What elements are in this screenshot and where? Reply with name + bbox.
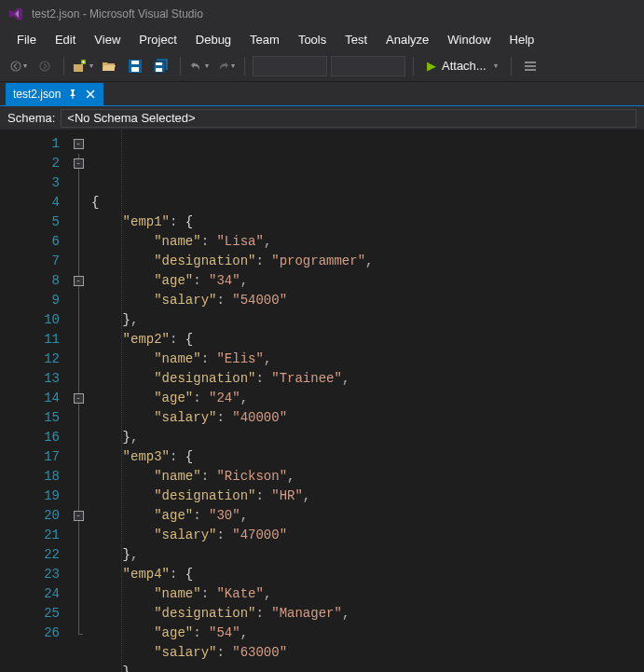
code-line: "designation": "Manager", xyxy=(91,604,644,624)
line-number: 20 xyxy=(19,506,60,526)
menu-tools[interactable]: Tools xyxy=(289,30,336,49)
svg-rect-12 xyxy=(525,65,536,67)
menu-project[interactable]: Project xyxy=(130,30,185,49)
code-line: "designation": "HR", xyxy=(91,487,644,506)
menu-analyze[interactable]: Analyze xyxy=(377,30,438,49)
open-file-button[interactable] xyxy=(98,55,120,77)
toolbar-separator xyxy=(63,57,64,75)
code-line: "salary": "40000" xyxy=(91,408,644,428)
code-line: { xyxy=(91,193,644,213)
svg-rect-10 xyxy=(156,68,162,72)
menu-file[interactable]: File xyxy=(7,30,46,49)
code-line: "name": "Lisa", xyxy=(91,232,644,252)
line-number: 7 xyxy=(19,252,60,271)
line-number: 12 xyxy=(19,350,60,369)
fold-toggle[interactable]: - xyxy=(74,511,84,521)
chevron-down-icon: ▾ xyxy=(205,62,209,70)
menu-team[interactable]: Team xyxy=(240,30,289,49)
nav-back-button[interactable]: ▾ xyxy=(7,55,30,77)
solution-platform-combo[interactable] xyxy=(331,56,405,76)
chevron-down-icon: ▾ xyxy=(89,62,93,70)
code-line: "salary": "54000" xyxy=(91,291,644,310)
pin-icon[interactable] xyxy=(68,89,77,99)
line-number: 8 xyxy=(19,271,60,291)
line-number: 14 xyxy=(19,389,60,408)
chevron-down-icon: ▾ xyxy=(231,62,235,70)
new-project-button[interactable]: ▾ xyxy=(72,55,94,77)
code-line: }, xyxy=(91,545,644,565)
menu-test[interactable]: Test xyxy=(336,30,377,49)
menu-debug[interactable]: Debug xyxy=(186,30,240,49)
line-number: 16 xyxy=(19,428,60,447)
code-line: "emp4": { xyxy=(91,565,644,584)
attach-label: Attach... xyxy=(442,59,486,73)
line-number: 5 xyxy=(19,213,60,232)
code-line: }, xyxy=(91,428,644,447)
line-number: 1 xyxy=(19,134,60,154)
line-number: 9 xyxy=(19,291,60,310)
code-line: "name": "Kate", xyxy=(91,584,644,604)
nav-forward-button[interactable] xyxy=(34,55,56,77)
document-tabstrip: test2.json xyxy=(0,82,644,106)
line-number: 2 xyxy=(19,154,60,173)
schema-value: <No Schema Selected> xyxy=(67,111,195,125)
code-line: }, xyxy=(91,310,644,330)
save-button[interactable] xyxy=(124,55,146,77)
redo-button[interactable]: ▾ xyxy=(214,55,237,77)
vs-logo-icon xyxy=(7,6,24,22)
window-titlebar: test2.json - Microsoft Visual Studio xyxy=(0,0,644,28)
line-number-gutter: 1234567891011121314151617181920212223242… xyxy=(0,130,69,672)
schema-combo[interactable]: <No Schema Selected> xyxy=(61,109,637,128)
play-icon: ▶ xyxy=(427,59,436,73)
menu-bar: FileEditViewProjectDebugTeamToolsTestAna… xyxy=(0,28,644,50)
code-line: "salary": "63000" xyxy=(91,643,644,663)
menu-edit[interactable]: Edit xyxy=(46,30,85,49)
menu-window[interactable]: Window xyxy=(438,30,500,49)
attach-button[interactable]: ▶ Attach... ▾ xyxy=(421,55,503,77)
line-number: 15 xyxy=(19,408,60,428)
save-all-button[interactable] xyxy=(150,55,172,77)
line-number: 18 xyxy=(19,467,60,487)
code-line: "age": "34", xyxy=(91,271,644,291)
toolbar-separator xyxy=(413,57,414,75)
code-area[interactable]: { "emp1": { "name": "Lisa", "designation… xyxy=(88,130,644,672)
line-number: 11 xyxy=(19,330,60,350)
toolbar-separator xyxy=(244,57,245,75)
code-line: "age": "54", xyxy=(91,624,644,643)
svg-rect-11 xyxy=(525,62,536,63)
undo-button[interactable]: ▾ xyxy=(188,55,211,77)
svg-point-0 xyxy=(11,62,21,71)
fold-toggle[interactable]: - xyxy=(74,393,84,404)
code-line: "emp1": { xyxy=(91,213,644,232)
chevron-down-icon: ▾ xyxy=(494,62,498,70)
toolbar-overflow-button[interactable] xyxy=(519,55,541,77)
line-number: 25 xyxy=(19,604,60,624)
main-toolbar: ▾ ▾ ▾ ▾ ▶ Attach... ▾ xyxy=(0,50,644,82)
line-number: 21 xyxy=(19,526,60,545)
line-number: 6 xyxy=(19,232,60,252)
svg-rect-5 xyxy=(131,61,139,64)
menu-help[interactable]: Help xyxy=(500,30,544,49)
fold-toggle[interactable]: - xyxy=(74,276,84,286)
code-line: "age": "30", xyxy=(91,506,644,526)
menu-view[interactable]: View xyxy=(85,30,130,49)
code-line: } xyxy=(91,663,644,672)
line-number: 24 xyxy=(19,584,60,604)
svg-point-1 xyxy=(40,62,49,71)
line-number: 19 xyxy=(19,487,60,506)
tab-test2-json[interactable]: test2.json xyxy=(6,83,103,105)
line-number: 23 xyxy=(19,565,60,584)
line-number: 22 xyxy=(19,545,60,565)
line-number: 26 xyxy=(19,624,60,643)
close-icon[interactable] xyxy=(85,89,96,100)
schema-bar: Schema: <No Schema Selected> xyxy=(0,106,644,130)
svg-rect-6 xyxy=(131,67,139,72)
line-number: 13 xyxy=(19,369,60,389)
fold-toggle[interactable]: - xyxy=(74,139,84,149)
fold-toggle[interactable]: - xyxy=(74,158,84,169)
code-editor[interactable]: 1234567891011121314151617181920212223242… xyxy=(0,130,644,672)
code-line: "salary": "47000" xyxy=(91,526,644,545)
chevron-down-icon: ▾ xyxy=(23,62,27,70)
svg-rect-2 xyxy=(74,64,83,72)
solution-config-combo[interactable] xyxy=(253,56,327,76)
